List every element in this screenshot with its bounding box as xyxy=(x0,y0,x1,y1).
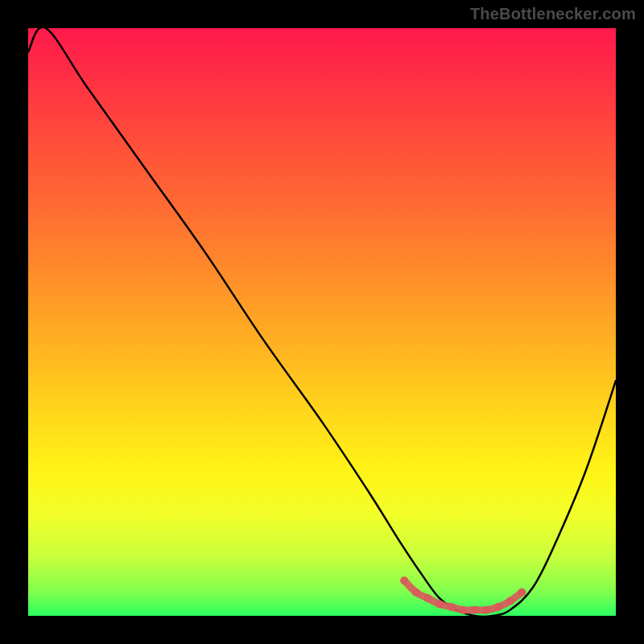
optimal-zone-markers xyxy=(400,576,526,614)
optimal-zone-stroke xyxy=(404,580,522,610)
watermark-text: TheBottlenecker.com xyxy=(470,5,636,23)
bottleneck-curve xyxy=(28,28,616,616)
plot-area xyxy=(28,28,616,616)
marker-dot xyxy=(494,603,502,611)
marker-dot xyxy=(518,588,526,597)
marker-dot xyxy=(436,600,444,608)
marker-dot xyxy=(448,603,456,611)
marker-dot xyxy=(400,576,408,584)
marker-dot xyxy=(471,606,479,614)
marker-dot xyxy=(459,606,467,614)
marker-dot xyxy=(506,597,514,605)
chart-frame: TheBottlenecker.com xyxy=(0,0,644,644)
marker-dot xyxy=(482,606,490,614)
marker-dot xyxy=(423,594,431,602)
marker-dot xyxy=(412,588,420,597)
chart-overlay xyxy=(28,28,616,616)
